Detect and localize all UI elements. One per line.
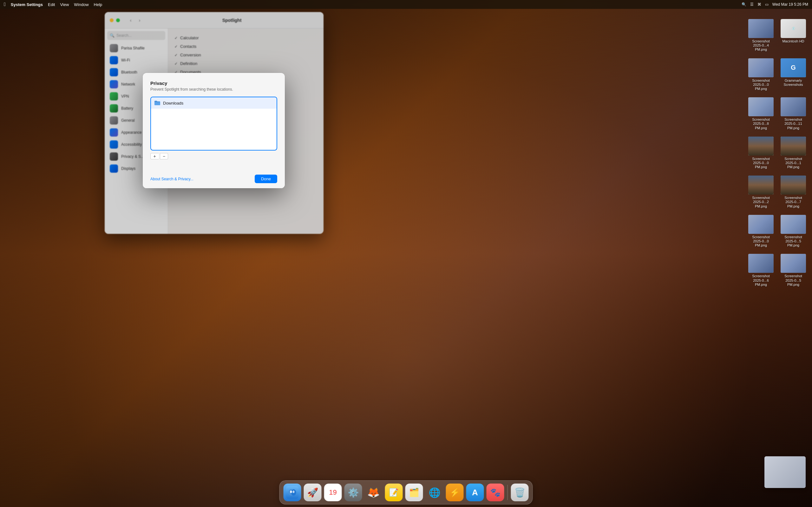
screenshot-3-thumbnail — [748, 97, 774, 116]
back-arrow-icon[interactable]: ‹ — [128, 17, 134, 23]
content-contacts: ✓ Contacts — [174, 42, 317, 51]
wifi-icon[interactable]: ⌘ — [757, 2, 761, 7]
bluetooth-icon — [110, 68, 118, 76]
downloads-list-item[interactable]: Downloads — [151, 97, 276, 109]
screenshot-3-label: Screenshot 2025-0...8 PM.png — [748, 118, 774, 130]
desktop-icon-macintosh-hd[interactable]: 💿 Macintosh HD — [778, 17, 808, 54]
minimize-button[interactable] — [110, 18, 113, 22]
dock-launchpad[interactable]: 🚀 — [304, 484, 322, 501]
desktop-icon-screenshot-2[interactable]: Screenshot 2025-0...0 PM.png — [746, 56, 776, 93]
screenshot-6-label: Screenshot 2025-0...1 PM.png — [780, 157, 806, 170]
search-placeholder: Search... — [116, 33, 132, 38]
desktop-icons-container: Screenshot 2025-0...4 PM.png 💿 Macintosh… — [742, 12, 812, 294]
screenshot-10-thumbnail — [780, 215, 806, 234]
desktop-icon-screenshot-6[interactable]: Screenshot 2025-0...1 PM.png — [778, 135, 808, 171]
dock-appstore[interactable]: A — [466, 484, 484, 501]
privacy-icon — [110, 153, 118, 161]
desktop-icon-screenshot-4[interactable]: Screenshot 2025-0...11 PM.png — [778, 95, 808, 132]
dock-firefox[interactable]: 🦊 — [365, 484, 383, 501]
screenshot-10-label: Screenshot 2025-0...5 PM.png — [780, 235, 806, 248]
desktop-icon-screenshot-12[interactable]: Screenshot 2025-0...5 PM.png — [778, 252, 808, 289]
settings-titlebar: ‹ › Spotlight — [105, 12, 323, 29]
desktop-icon-screenshot-1[interactable]: Screenshot 2025-0...4 PM.png — [746, 17, 776, 54]
display-icon — [110, 164, 118, 173]
accessibility-icon — [110, 140, 118, 149]
screenshot-9-thumbnail — [748, 215, 774, 234]
screenshot-8-label: Screenshot 2025-0...7 PM.png — [780, 196, 806, 209]
personal-icon — [110, 44, 118, 52]
desktop-icon-screenshot-9[interactable]: Screenshot 2025-0...0 PM.png — [746, 213, 776, 250]
screenshot-7-label: Screenshot 2025-0...2 PM.png — [748, 196, 774, 209]
menubar-right: 🔍 ☰ ⌘ ▭ Wed Mar 19 5:26 PM — [742, 2, 808, 7]
grammarly-thumbnail: G — [780, 58, 806, 77]
screenshot-12-label: Screenshot 2025-0...5 PM.png — [780, 274, 806, 287]
screenshot-2-thumbnail — [748, 58, 774, 77]
preview-panel — [764, 456, 806, 488]
grammarly-label: Grammarly Screenshots — [780, 78, 806, 87]
modal-subtitle: Prevent Spotlight from searching these l… — [150, 87, 277, 92]
screenshot-5-label: Screenshot 2025-0...0 PM.png — [748, 157, 774, 170]
desktop-icon-screenshot-8[interactable]: Screenshot 2025-0...7 PM.png — [778, 174, 808, 210]
sidebar-search[interactable]: 🔍 Search... — [107, 31, 165, 40]
desktop-icon-screenshot-3[interactable]: Screenshot 2025-0...8 PM.png — [746, 95, 776, 132]
macintosh-hd-thumbnail: 💿 — [780, 19, 806, 38]
screenshot-6-thumbnail — [780, 136, 806, 156]
dock-paw[interactable]: 🐾 — [487, 484, 504, 501]
dock-notes[interactable]: 📝 — [385, 484, 403, 501]
remove-location-button[interactable]: − — [160, 153, 168, 159]
battery-icon[interactable]: ▭ — [765, 2, 768, 7]
desktop-icon-screenshot-11[interactable]: Screenshot 2025-0...6 PM.png — [746, 252, 776, 289]
screenshot-8-thumbnail — [780, 176, 806, 194]
view-menu[interactable]: View — [60, 2, 69, 7]
preview-thumbnail — [764, 456, 806, 488]
dock-files[interactable]: 🗂️ — [405, 484, 423, 501]
sidebar-item-wifi[interactable]: Wi-Fi — [107, 55, 165, 66]
privacy-locations-list: Downloads — [150, 97, 277, 151]
settings-nav: ‹ › — [128, 17, 143, 23]
done-button[interactable]: Done — [255, 175, 277, 183]
battery-sidebar-icon — [110, 104, 118, 112]
content-definition: ✓ Definition — [174, 59, 317, 68]
folder-icon — [154, 100, 160, 106]
desktop-icon-grammarly[interactable]: G Grammarly Screenshots — [778, 56, 808, 93]
about-privacy-link[interactable]: About Search & Privacy... — [150, 177, 194, 181]
svg-point-3 — [290, 491, 292, 493]
dock-system-settings[interactable]: ⚙️ — [345, 484, 362, 501]
privacy-modal: Privacy Prevent Spotlight from searching… — [143, 73, 285, 188]
network-icon — [110, 80, 118, 89]
app-name-menu[interactable]: System Settings — [11, 2, 43, 7]
dock: 🚀 19 ⚙️ 🦊 📝 🗂️ 🌐 ⚡ A 🐾 🗑️ — [280, 481, 533, 504]
desktop-icon-screenshot-10[interactable]: Screenshot 2025-0...5 PM.png — [778, 213, 808, 250]
screenshot-11-label: Screenshot 2025-0...6 PM.png — [748, 274, 774, 287]
screenshot-1-label: Screenshot 2025-0...4 PM.png — [748, 39, 774, 52]
help-menu[interactable]: Help — [94, 2, 102, 7]
vpn-icon — [110, 92, 118, 101]
dock-swift[interactable]: ⚡ — [446, 484, 464, 501]
screenshot-7-thumbnail — [748, 176, 774, 194]
settings-window-title: Spotlight — [222, 18, 242, 23]
macintosh-hd-label: Macintosh HD — [782, 39, 804, 43]
apple-logo-icon[interactable]:  — [4, 2, 6, 7]
content-calculator: ✓ Calculator — [174, 34, 317, 42]
edit-menu[interactable]: Edit — [48, 2, 55, 7]
control-center-icon[interactable]: ☰ — [750, 2, 754, 7]
desktop-icon-screenshot-7[interactable]: Screenshot 2025-0...2 PM.png — [746, 174, 776, 210]
forward-arrow-icon[interactable]: › — [136, 17, 143, 23]
sidebar-item-personal[interactable]: Parisa Shafile — [107, 43, 165, 54]
screenshot-9-label: Screenshot 2025-0...0 PM.png — [748, 235, 774, 248]
screenshot-4-thumbnail — [780, 97, 806, 116]
screenshot-2-label: Screenshot 2025-0...0 PM.png — [748, 78, 774, 91]
spotlight-menubar-icon[interactable]: 🔍 — [742, 2, 746, 7]
content-conversion: ✓ Conversion — [174, 51, 317, 59]
desktop-icon-screenshot-5[interactable]: Screenshot 2025-0...0 PM.png — [746, 135, 776, 171]
general-icon — [110, 116, 118, 124]
screenshot-11-thumbnail — [748, 254, 774, 273]
add-location-button[interactable]: + — [150, 153, 159, 159]
dock-trash[interactable]: 🗑️ — [511, 484, 529, 501]
dock-chrome[interactable]: 🌐 — [426, 484, 444, 501]
maximize-button[interactable] — [116, 18, 120, 22]
dock-calendar[interactable]: 19 — [324, 484, 342, 501]
add-remove-buttons: + − — [150, 153, 277, 159]
dock-finder[interactable] — [284, 484, 301, 501]
window-menu[interactable]: Window — [74, 2, 89, 7]
